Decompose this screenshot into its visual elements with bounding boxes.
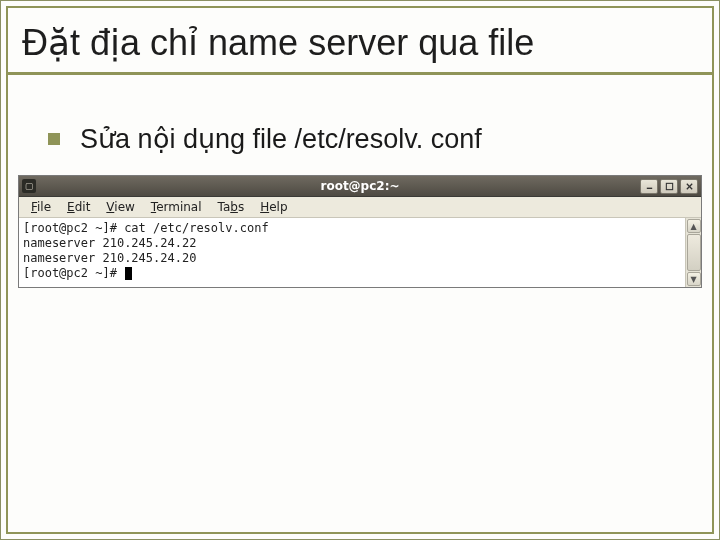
scroll-up-button[interactable]: ▲: [687, 219, 701, 233]
term-line-2: nameserver 210.245.24.20: [23, 251, 196, 265]
menu-edit[interactable]: Edit: [59, 198, 98, 216]
menu-help[interactable]: Help: [252, 198, 295, 216]
terminal-window: ▢ root@pc2:~ File Edit: [18, 175, 702, 288]
term-line-0: [root@pc2 ~]# cat /etc/resolv.conf: [23, 221, 269, 235]
slide-title: Đặt địa chỉ name server qua file: [8, 8, 712, 72]
term-line-1: nameserver 210.245.24.22: [23, 236, 196, 250]
slide-inner: Đặt địa chỉ name server qua file Sửa nội…: [6, 6, 714, 534]
scroll-track[interactable]: [687, 234, 701, 271]
terminal-content[interactable]: [root@pc2 ~]# cat /etc/resolv.conf names…: [19, 218, 685, 287]
terminal-scrollbar[interactable]: ▲ ▼: [685, 218, 701, 287]
menu-view[interactable]: View: [98, 198, 142, 216]
bullet-row: Sửa nội dụng file /etc/resolv. conf: [8, 75, 712, 173]
terminal-cursor: [125, 267, 132, 280]
terminal-title: root@pc2:~: [320, 179, 399, 193]
menu-terminal[interactable]: Terminal: [143, 198, 210, 216]
svg-rect-1: [666, 183, 672, 189]
menu-file[interactable]: File: [23, 198, 59, 216]
bullet-text: Sửa nội dụng file /etc/resolv. conf: [80, 123, 482, 155]
close-button[interactable]: [680, 179, 698, 194]
slide-frame: Đặt địa chỉ name server qua file Sửa nội…: [0, 0, 720, 540]
maximize-button[interactable]: [660, 179, 678, 194]
terminal-body: [root@pc2 ~]# cat /etc/resolv.conf names…: [19, 218, 701, 287]
terminal-titlebar[interactable]: ▢ root@pc2:~: [19, 176, 701, 197]
scroll-down-button[interactable]: ▼: [687, 272, 701, 286]
scroll-thumb[interactable]: [687, 234, 701, 271]
menu-tabs[interactable]: Tabs: [210, 198, 253, 216]
terminal-app-icon: ▢: [22, 179, 36, 193]
terminal-menubar: File Edit View Terminal Tabs Help: [19, 197, 701, 218]
bullet-icon: [48, 133, 60, 145]
term-line-3: [root@pc2 ~]#: [23, 266, 124, 280]
minimize-button[interactable]: [640, 179, 658, 194]
